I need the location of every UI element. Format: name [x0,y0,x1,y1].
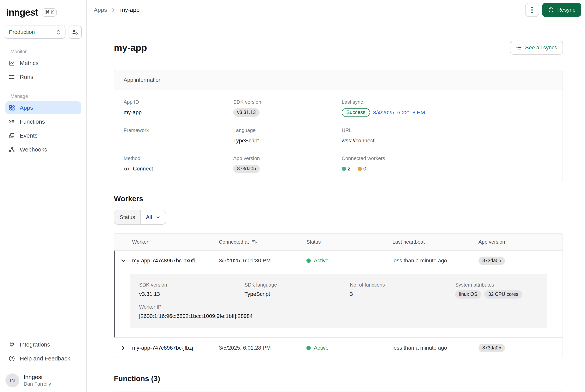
worker-heartbeat: less than a minute ago [392,258,478,264]
app-information-card: App information App ID my-app SDK versio… [114,70,563,182]
sidebar-item-webhooks[interactable]: Webhooks [6,143,81,156]
kebab-dot [531,9,533,11]
app-actions-menu-button[interactable] [525,3,539,17]
functions-table-header: Function Triggers [114,391,562,392]
status-filter-value-dropdown[interactable]: All [141,210,165,224]
field-app-version: App version 873da05 [233,155,342,173]
sync-status-badge: Success [342,108,370,117]
kebab-dot [531,7,533,8]
user-profile[interactable]: IN Inngest Dan Farrelly [0,369,86,392]
page-content: my-app See all syncs App information [87,20,585,392]
column-header-connected-at[interactable]: Connected at [219,239,307,245]
environment-label: Production [9,29,35,35]
sidebar-item-runs[interactable]: Runs [6,70,81,84]
worker-status: Active [314,258,329,264]
field-language: Language TypeScript [233,127,342,145]
table-row[interactable]: my-app-747c8967bc-bx6fl 3/5/2025, 6:01:3… [114,250,562,271]
chevron-right-icon [120,345,126,351]
worker-row-group-expanded: my-app-747c8967bc-bx6fl 3/5/2025, 6:01:3… [114,250,562,338]
active-workers-count: 2 [348,166,351,172]
column-header-status: Status [307,239,392,245]
workers-table-header: Worker Connected at Status [114,234,562,250]
field-label: Framework [124,127,233,133]
sidebar-item-functions[interactable]: Functions [6,115,81,128]
functions-table: Function Triggers [114,391,563,392]
field-label: Last sync [342,99,553,105]
collapse-row-button[interactable] [114,258,132,264]
field-value: wss://connect [342,136,553,145]
sidebar-item-help[interactable]: Help and Feedback [6,352,81,365]
active-status-dot [307,346,311,350]
field-label: URL [342,127,553,133]
breadcrumb-current: my-app [120,6,139,13]
sidebar-item-label: Runs [20,74,33,80]
nav-section-manage: Manage [11,94,86,99]
updown-chevron-icon [56,29,61,35]
resync-button[interactable]: Resync [542,3,581,17]
worker-details-panel: SDK version v3.31.13 SDK language TypeSc… [130,274,547,328]
command-k-shortcut[interactable]: ⌘ K [42,8,57,17]
avatar: IN [6,374,19,387]
kebab-dot [531,12,533,13]
os-attribute-badge: linux OS [455,290,481,298]
last-sync-date-link[interactable]: 3/4/2025, 6:22:18 PM [373,110,425,116]
field-url: URL wss://connect [342,127,553,145]
nav-section-monitor: Monitor [11,49,86,54]
chevron-down-icon [156,215,161,220]
sidebar-item-label: Webhooks [20,146,47,153]
sidebar-item-metrics[interactable]: Metrics [6,57,81,70]
active-status-dot [307,258,311,263]
see-all-syncs-button[interactable]: See all syncs [510,41,563,54]
sidebar-item-events[interactable]: Events [6,129,81,142]
field-sdk-version: SDK version v3.31.13 [233,99,342,117]
main-area: Apps my-app Resync [87,0,585,392]
field-label: Method [124,155,233,161]
detail-functions-count: No. of functions 3 [350,282,455,298]
org-name: Inngest [24,374,51,381]
sidebar-item-label: Functions [20,118,45,125]
field-label: SDK version [233,99,342,105]
worker-app-version-badge: 873da05 [478,344,505,352]
field-value: TypeScript [233,136,342,145]
environment-selector[interactable]: Production [5,26,66,39]
detail-sdk-language: SDK language TypeScript [244,282,350,298]
status-filter-value: All [146,214,152,220]
functions-heading: Functions (3) [114,374,563,383]
card-header: App information [114,70,562,90]
detail-worker-ip: Worker IP [2600:1f16:96c:6802:1bcc:1009:… [139,304,538,320]
status-filter: Status All [114,210,166,225]
breadcrumb-apps-link[interactable]: Apps [94,6,107,13]
sidebar-item-apps[interactable]: Apps [6,102,81,114]
field-app-id: App ID my-app [124,99,233,117]
app-version-badge: 873da05 [233,165,260,173]
detail-sdk-version: SDK version v3.31.13 [139,282,244,298]
runs-list-icon [9,74,15,80]
inngest-logo[interactable]: inngest [6,7,38,18]
field-connected-workers: Connected workers 2 0 [342,155,553,173]
column-header-worker: Worker [132,239,219,245]
sidebar-item-label: Metrics [20,60,39,66]
table-row[interactable]: my-app-747c8967bc-jfbzj 3/5/2025, 6:01:2… [114,338,562,358]
sidebar-item-integrations[interactable]: Integrations [6,338,81,351]
breadcrumb: Apps my-app [94,6,139,13]
app-root: inngest ⌘ K Production [0,0,585,392]
worker-name: my-app-747c8967bc-bx6fl [132,258,219,264]
field-framework: Framework - [124,127,233,145]
user-name: Dan Farrelly [24,381,51,387]
worker-heartbeat: less than a minute ago [392,345,478,351]
column-header-app-version: App version [478,239,562,245]
sdk-version-badge: v3.31.13 [233,108,259,117]
environment-settings-button[interactable] [69,26,82,39]
worker-connected-at: 3/5/2025, 6:01:28 PM [219,345,307,351]
page-title: my-app [114,42,147,53]
expand-row-button[interactable] [114,345,132,351]
command-icon: ⌘ [45,10,50,15]
plug-icon [9,341,15,348]
sidebar-item-label: Integrations [20,341,50,348]
worker-connected-at: 3/5/2025, 6:01:30 PM [219,258,307,264]
status-filter-label[interactable]: Status [114,210,141,224]
help-question-icon [9,355,15,362]
sort-bars-arrow-down-icon [252,239,257,245]
shortcut-key-label: K [51,10,54,15]
chevron-right-icon [111,7,116,12]
